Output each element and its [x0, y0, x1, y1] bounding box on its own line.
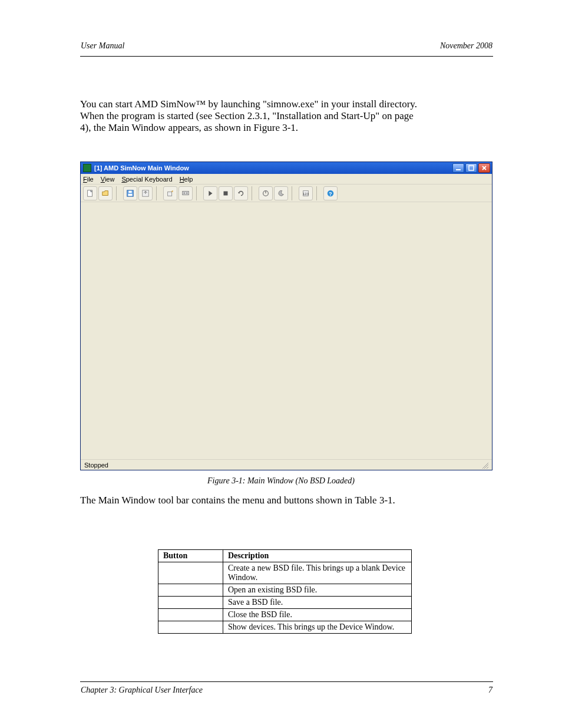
numeric-button[interactable]: 123 — [299, 186, 313, 200]
titlebar[interactable]: [1] AMD SimNow Main Window — [81, 162, 492, 174]
toolbar-separator-2 — [156, 186, 160, 200]
close-bsd-icon — [141, 189, 150, 197]
table-cell-desc: Show devices. This brings up the Device … — [223, 621, 412, 634]
figure-caption: Figure 3-1: Main Window (No BSD Loaded) — [0, 476, 562, 486]
svg-rect-11 — [224, 191, 228, 195]
svg-rect-4 — [128, 193, 133, 196]
toolbar: 123 ? — [81, 185, 492, 202]
sleep-button[interactable] — [274, 186, 288, 200]
table-cell-button — [158, 597, 223, 609]
stop-icon — [222, 189, 230, 197]
minimize-button[interactable] — [452, 163, 464, 173]
svg-rect-7 — [168, 192, 172, 196]
menubar: File View Special Keyboard Help — [81, 174, 492, 185]
table-cell-desc: Create a new BSD file. This brings up a … — [223, 562, 412, 584]
reset-button[interactable] — [234, 186, 248, 200]
toolbar-buttons-table: Button Description Create a new BSD file… — [158, 549, 412, 634]
svg-text:?: ? — [329, 190, 332, 196]
table-head-button: Button — [158, 550, 223, 562]
power-icon — [262, 189, 270, 197]
menu-help[interactable]: Help — [180, 176, 193, 183]
stop-button[interactable] — [219, 186, 233, 200]
menu-view[interactable]: View — [101, 176, 115, 183]
save-bsd-icon — [126, 189, 134, 197]
table-cell-desc: Close the BSD file. — [223, 609, 412, 621]
table-cell-desc: Save a BSD file. — [223, 597, 412, 609]
intro-line-1: You can start AMD SimNow™ by launching "… — [80, 98, 417, 110]
simnow-main-window: [1] AMD SimNow Main Window File View Spe… — [80, 162, 492, 470]
new-bsd-button[interactable] — [83, 186, 97, 200]
configure-icon — [166, 189, 174, 197]
toolbar-separator-1 — [116, 186, 120, 200]
play-button[interactable] — [203, 186, 217, 200]
reset-icon — [237, 189, 245, 197]
document-page: User Manual November 2008 You can start … — [0, 0, 562, 728]
svg-rect-1 — [469, 166, 474, 170]
toolbar-description: The Main Window tool bar contains the me… — [80, 494, 493, 506]
statusbar: Stopped — [81, 459, 492, 470]
svg-rect-5 — [128, 190, 131, 193]
table-cell-button — [158, 562, 223, 584]
svg-rect-10 — [186, 192, 188, 194]
help-icon: ? — [326, 189, 335, 197]
close-bsd-button[interactable] — [138, 186, 153, 200]
table-row: Save a BSD file. — [158, 597, 412, 609]
footer-right: 7 — [488, 686, 492, 695]
table-cell-button — [158, 621, 223, 634]
window-controls — [452, 163, 490, 173]
client-area — [81, 202, 492, 459]
svg-rect-8 — [183, 191, 189, 195]
maximize-button[interactable] — [465, 163, 477, 173]
table-row: Open an existing BSD file. — [158, 584, 412, 597]
maximize-icon — [468, 165, 474, 171]
devices-button[interactable] — [178, 186, 193, 200]
table-row: Close the BSD file. — [158, 609, 412, 621]
toolbar-separator-3 — [196, 186, 200, 200]
app-icon — [83, 164, 91, 172]
open-bsd-icon — [101, 189, 110, 197]
table-row: Create a new BSD file. This brings up a … — [158, 562, 412, 584]
table-row: Show devices. This brings up the Device … — [158, 621, 412, 634]
close-icon — [481, 165, 487, 171]
header-right: November 2008 — [440, 41, 492, 51]
configure-button[interactable] — [163, 186, 177, 200]
toolbar-separator-6 — [316, 186, 320, 200]
toolbar-separator-5 — [292, 186, 295, 200]
window-title: [1] AMD SimNow Main Window — [94, 164, 189, 172]
new-bsd-icon — [86, 189, 94, 197]
header-rule — [80, 56, 493, 57]
resize-grip[interactable] — [481, 462, 488, 469]
menu-special-keyboard[interactable]: Special Keyboard — [121, 176, 172, 183]
footer-rule — [80, 681, 493, 682]
svg-text:123: 123 — [303, 191, 309, 195]
devices-icon — [181, 189, 190, 197]
toolbar-separator-4 — [252, 186, 255, 200]
table-cell-button — [158, 584, 223, 597]
svg-rect-9 — [184, 192, 186, 194]
table-header-row: Button Description — [158, 550, 412, 562]
close-button[interactable] — [478, 163, 490, 173]
table-cell-button — [158, 609, 223, 621]
help-button[interactable]: ? — [323, 186, 338, 200]
header-left: User Manual — [81, 41, 124, 51]
save-bsd-button[interactable] — [123, 186, 137, 200]
menu-file[interactable]: File — [83, 176, 94, 183]
table-cell-desc: Open an existing BSD file. — [223, 584, 412, 597]
sleep-icon — [277, 189, 285, 197]
intro-line-2: When the program is started (see Section… — [80, 110, 414, 122]
open-bsd-button[interactable] — [98, 186, 113, 200]
play-icon — [206, 189, 214, 197]
titlebar-left: [1] AMD SimNow Main Window — [83, 164, 189, 172]
minimize-icon — [455, 165, 461, 171]
numeric-icon: 123 — [302, 189, 310, 197]
intro-line-3: 4), the Main Window appears, as shown in… — [80, 122, 298, 134]
footer-left: Chapter 3: Graphical User Interface — [81, 686, 203, 695]
status-text: Stopped — [84, 462, 108, 469]
table-head-desc: Description — [223, 550, 412, 562]
power-button[interactable] — [259, 186, 273, 200]
svg-rect-0 — [456, 169, 461, 170]
